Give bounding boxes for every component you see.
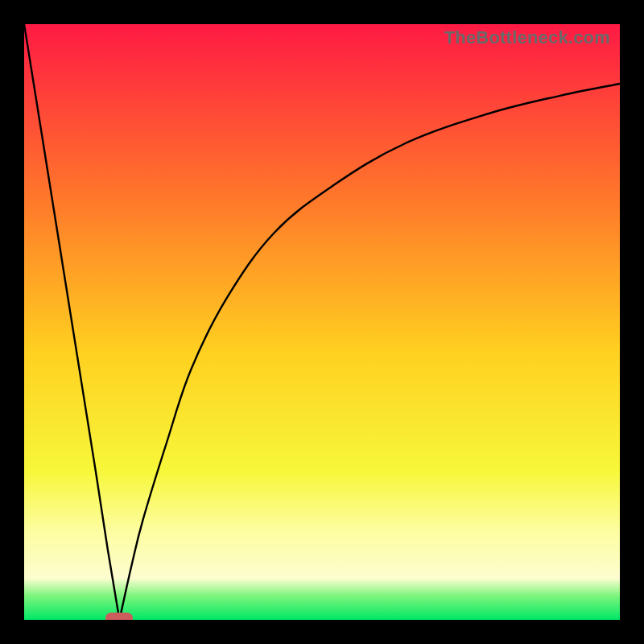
optimal-marker [105, 613, 133, 620]
bottleneck-curve [24, 24, 620, 620]
chart-frame: TheBottleneck.com [0, 0, 644, 644]
watermark-text: TheBottleneck.com [444, 27, 610, 48]
curve-path [24, 24, 620, 620]
plot-area: TheBottleneck.com [24, 24, 620, 620]
